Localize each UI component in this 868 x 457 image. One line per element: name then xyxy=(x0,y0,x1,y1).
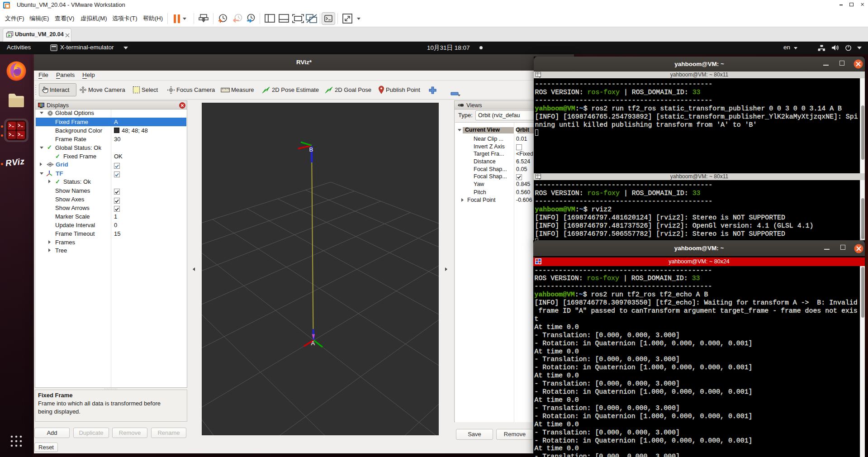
svg-text:A: A xyxy=(311,340,315,347)
svg-text:B: B xyxy=(309,146,313,153)
